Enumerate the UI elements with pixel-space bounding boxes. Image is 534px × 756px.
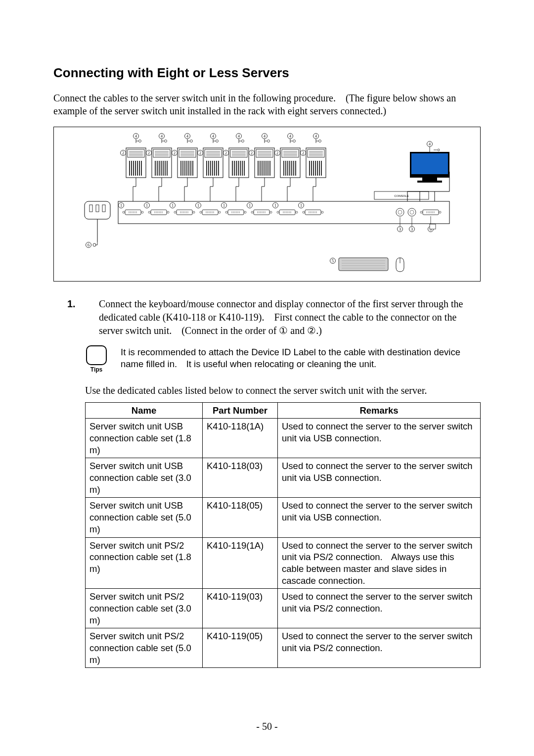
svg-text:3: 3	[411, 227, 413, 232]
table-row: Server switch unit PS/2 connection cable…	[86, 628, 481, 668]
svg-point-46	[242, 140, 244, 142]
cell-remarks: Used to connect the server to the server…	[278, 458, 481, 498]
table-row: Server switch unit USB connection cable …	[86, 419, 481, 458]
svg-text:4: 4	[186, 134, 188, 139]
svg-text:2: 2	[251, 151, 253, 155]
svg-text:4: 4	[315, 134, 317, 139]
svg-rect-65	[411, 153, 448, 174]
tips-icon: Tips	[85, 345, 108, 373]
cell-name: Server switch unit USB connection cable …	[86, 419, 203, 458]
svg-text:2: 2	[174, 151, 176, 155]
svg-text:2: 2	[122, 151, 124, 155]
svg-text:2: 2	[148, 151, 150, 155]
svg-text:1: 1	[172, 203, 174, 208]
svg-text:2: 2	[302, 151, 304, 155]
cell-part: K410-118(1A)	[203, 419, 278, 458]
table-row: Server switch unit PS/2 connection cable…	[86, 537, 481, 589]
intro-paragraph: Connect the cables to the server switch …	[53, 92, 481, 118]
tips-block: Tips It is recommended to attach the Dev…	[85, 345, 481, 373]
svg-text:5: 5	[332, 259, 334, 263]
procedure-step: 1. Connect the keyboard/mouse connector …	[53, 297, 481, 337]
page-content: Connecting with Eight or Less Servers Co…	[53, 65, 481, 668]
svg-rect-67	[417, 181, 442, 183]
svg-text:4: 4	[212, 134, 214, 139]
svg-text:4: 4	[161, 134, 163, 139]
svg-text:4: 4	[289, 134, 291, 139]
svg-point-86	[410, 210, 414, 214]
svg-rect-96	[96, 205, 99, 212]
page-number: - 50 -	[0, 721, 534, 732]
svg-text:1: 1	[146, 203, 148, 208]
svg-rect-93	[430, 224, 436, 229]
cell-name: Server switch unit PS/2 connection cable…	[86, 589, 203, 628]
cell-remarks: Used to connect the server to the server…	[278, 537, 481, 589]
svg-point-84	[398, 210, 402, 214]
cell-name: Server switch unit PS/2 connection cable…	[86, 537, 203, 589]
table-row: Server switch unit USB connection cable …	[86, 498, 481, 537]
svg-text:4: 4	[429, 142, 431, 146]
table-row: Server switch unit PS/2 connection cable…	[86, 589, 481, 628]
svg-text:1: 1	[274, 203, 276, 208]
table-lead: Use the dedicated cables listed below to…	[85, 385, 481, 396]
svg-text:4: 4	[135, 134, 137, 139]
cell-part: K410-119(05)	[203, 628, 278, 668]
cell-name: Server switch unit USB connection cable …	[86, 498, 203, 537]
svg-point-26	[139, 140, 141, 142]
cell-part: K410-119(1A)	[203, 537, 278, 589]
cell-name: Server switch unit PS/2 connection cable…	[86, 628, 203, 668]
cell-remarks: Used to connect the server to the server…	[278, 498, 481, 537]
table-header-row: Name Part Number Remarks	[86, 402, 481, 419]
svg-rect-100	[339, 258, 388, 271]
cell-name: Server switch unit USB connection cable …	[86, 458, 203, 498]
svg-point-51	[267, 140, 270, 142]
svg-text:1: 1	[120, 203, 122, 208]
svg-rect-66	[422, 178, 437, 181]
procedure-list: 1. Connect the keyboard/mouse connector …	[53, 297, 481, 337]
connection-diagram: 4242424242424242 4 CONSOLE 11111111	[53, 127, 481, 282]
svg-text:1: 1	[197, 203, 199, 208]
svg-text:CONSOLE: CONSOLE	[394, 194, 408, 197]
svg-point-41	[216, 140, 219, 142]
svg-rect-97	[102, 205, 105, 212]
svg-point-56	[293, 140, 296, 142]
svg-text:1: 1	[223, 203, 225, 208]
tips-label: Tips	[85, 366, 108, 373]
step-text: Connect the keyboard/mouse connector and…	[99, 297, 481, 337]
section-title: Connecting with Eight or Less Servers	[53, 65, 481, 81]
svg-text:2: 2	[276, 151, 278, 155]
svg-text:2: 2	[199, 151, 201, 155]
cell-part: K410-118(03)	[203, 458, 278, 498]
table-row: Server switch unit USB connection cable …	[86, 458, 481, 498]
col-name: Name	[86, 402, 203, 419]
svg-text:2: 2	[225, 151, 227, 155]
col-part: Part Number	[203, 402, 278, 419]
svg-point-61	[319, 140, 321, 142]
svg-text:3: 3	[399, 227, 401, 232]
svg-point-71	[438, 149, 440, 151]
svg-point-31	[165, 140, 167, 142]
cell-part: K410-118(05)	[203, 498, 278, 537]
step-number: 1.	[53, 297, 99, 337]
svg-text:4: 4	[264, 134, 266, 139]
svg-text:4: 4	[238, 134, 240, 139]
cell-part: K410-119(03)	[203, 589, 278, 628]
svg-text:1: 1	[300, 203, 302, 208]
svg-point-36	[190, 140, 193, 142]
svg-text:1: 1	[249, 203, 251, 208]
svg-rect-95	[89, 205, 92, 212]
cable-table: Name Part Number Remarks Server switch u…	[85, 402, 481, 668]
cell-remarks: Used to connect the server to the server…	[278, 628, 481, 668]
tips-text: It is recommended to attach the Device I…	[121, 345, 481, 370]
svg-text:6: 6	[88, 243, 89, 247]
cell-remarks: Used to connect the server to the server…	[278, 589, 481, 628]
col-remarks: Remarks	[278, 402, 481, 419]
cell-remarks: Used to connect the server to the server…	[278, 419, 481, 458]
